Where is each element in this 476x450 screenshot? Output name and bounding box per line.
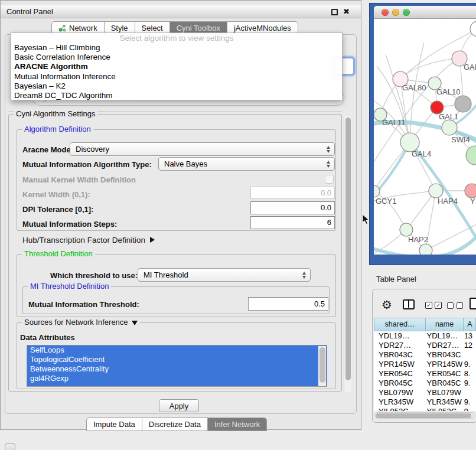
sources-group-title[interactable]: Sources for Network Inference	[22, 318, 140, 327]
tab-impute-data[interactable]: Impute Data	[86, 418, 142, 431]
screen: Control Panel ✖ Network Style Select Cyn…	[0, 0, 476, 450]
network-node[interactable]	[465, 184, 476, 198]
mouse-cursor	[362, 214, 370, 225]
which-threshold-value: MI Threshold	[144, 270, 188, 279]
mi-type-label: Mutual Information Algorithm Type:	[22, 160, 152, 169]
algorithm-dropdown-popup: Select algorithm to view settings Bayesi…	[11, 32, 343, 100]
bottom-tabs: Impute Data Discretize Data Infer Networ…	[86, 418, 267, 431]
hub-definition-label: Hub/Transcription Factor Definition	[22, 236, 145, 244]
close-traffic-light-icon[interactable]	[382, 9, 389, 16]
table-row[interactable]: YBL079WYBL079W	[374, 388, 476, 397]
network-node[interactable]	[400, 223, 413, 236]
algorithm-option[interactable]: Bayesian – K2	[11, 81, 342, 91]
mi-type-select[interactable]: Naive Bayes	[158, 157, 335, 171]
network-edge[interactable]	[410, 43, 424, 142]
data-attributes-list[interactable]: SelfLoopsTopologicalCoefficientBetweenne…	[27, 345, 327, 387]
column-header-name[interactable]: name	[425, 318, 464, 331]
algorithm-option[interactable]: Mutual Information Inference	[11, 72, 342, 81]
kernel-width-field[interactable]: 0.0	[250, 187, 335, 199]
table-row[interactable]: YIL052CYIL052C9.	[374, 407, 476, 411]
table-row[interactable]: YBR043CYBR043C	[374, 350, 476, 360]
settings-scrollbar-thumb[interactable]	[345, 118, 351, 380]
network-node-label: GAL10	[436, 87, 460, 96]
network-node[interactable]	[419, 244, 432, 255]
gear-icon[interactable]: ⚙	[382, 299, 392, 311]
data-attribute-item[interactable]: SelfLoops	[27, 345, 327, 355]
algorithm-option[interactable]: ARACNE Algorithm	[11, 62, 342, 71]
network-node[interactable]	[442, 120, 457, 135]
dropdown-header: Select algorithm to view settings	[11, 34, 342, 43]
data-attributes-items: SelfLoopsTopologicalCoefficientBetweenne…	[27, 345, 327, 383]
column-header-partial[interactable]: A	[463, 318, 476, 331]
dpi-tolerance-field[interactable]: 0.0	[250, 201, 335, 214]
mi-threshold-label: Mutual Information Threshold:	[28, 300, 139, 309]
aracne-mode-label: Aracne Mode:	[22, 145, 73, 154]
tab-infer-network[interactable]: Infer Network	[207, 418, 267, 431]
kernel-width-label: Kernel Width (0,1):	[22, 190, 90, 199]
stepper-arrows-icon	[327, 146, 330, 153]
float-window-icon[interactable]	[331, 9, 338, 15]
attributes-scrollbar-thumb[interactable]	[319, 347, 325, 383]
network-node[interactable]	[455, 96, 471, 112]
stepper-arrows-icon	[302, 272, 306, 279]
table-header: shared… name A	[374, 318, 476, 331]
which-threshold-select[interactable]: MI Threshold	[138, 268, 311, 282]
algorithm-option[interactable]: Dream8 DC_TDC Algorithm	[11, 91, 342, 100]
data-attributes-label: Data Attributes	[20, 333, 75, 342]
mi-steps-label: Mutual Information Steps:	[22, 220, 117, 229]
aracne-mode-select[interactable]: Discovery	[70, 142, 335, 156]
minimize-traffic-light-icon[interactable]	[392, 9, 399, 16]
table-row[interactable]: YDL19…YDL19…13	[374, 331, 476, 341]
column-layout-icon[interactable]	[403, 299, 415, 309]
mi-threshold-field[interactable]: 0.5	[248, 297, 328, 311]
network-node[interactable]	[374, 185, 380, 197]
export-table-icon[interactable]	[470, 298, 476, 309]
column-header-shared-name[interactable]: shared…	[374, 318, 426, 331]
apply-button[interactable]: Apply	[159, 399, 199, 412]
mi-threshold-group-title: MI Threshold Definition	[28, 282, 111, 291]
network-edge-teal[interactable]	[410, 142, 476, 249]
deselect-all-columns-icon[interactable]	[447, 302, 463, 309]
table-row[interactable]: YBR045CYBR045C9.	[374, 379, 476, 388]
close-icon[interactable]: ✖	[343, 7, 350, 16]
network-node[interactable]	[470, 21, 476, 37]
network-node-label: GAL4	[412, 149, 431, 158]
network-node-label: GAL11	[382, 118, 406, 127]
table-hscrollbar-thumb[interactable]	[376, 413, 471, 418]
network-window-titlebar[interactable]	[374, 6, 476, 19]
threshold-definition-title: Threshold Definition	[22, 249, 95, 258]
data-attribute-item[interactable]: TopologicalCoefficient	[27, 355, 327, 364]
tab-discretize-data[interactable]: Discretize Data	[142, 418, 208, 431]
network-tab-icon	[58, 24, 66, 32]
network-window: GALGAL80GAL10GAL1GAL11SWI4GAL4GCY1HAP4YH…	[369, 3, 476, 265]
table-body: YDL19…YDL19…13YDR27…YDR27…12YBR043CYBR04…	[374, 331, 476, 411]
minimized-panel-button[interactable]	[5, 444, 15, 450]
algorithm-option[interactable]: Bayesian – Hill Climbing	[11, 43, 342, 53]
table-row[interactable]: YLR345WYLR345W9.	[374, 397, 476, 407]
expanded-arrow-icon	[132, 321, 138, 325]
settings-scrollbar[interactable]	[344, 116, 351, 392]
mi-steps-field[interactable]: 6	[250, 216, 335, 229]
algorithm-definition-title: Algorithm Definition	[22, 125, 93, 133]
control-panel-titlebar[interactable]: Control Panel ✖	[1, 5, 361, 18]
table-row[interactable]: YER054CYER054C8.	[374, 369, 476, 379]
data-attribute-item[interactable]: BetweennessCentrality	[27, 364, 327, 374]
network-edge[interactable]	[400, 58, 459, 79]
table-horizontal-scrollbar[interactable]	[374, 412, 475, 419]
data-attribute-item[interactable]: gal4RGexp	[27, 374, 327, 383]
network-node[interactable]	[466, 146, 476, 165]
select-all-columns-icon[interactable]: ✓✓	[425, 302, 442, 309]
algorithm-option[interactable]: Basic Correlation Inference	[11, 53, 342, 62]
partial-list-item	[27, 383, 327, 387]
table-panel-title: Table Panel	[376, 275, 416, 283]
manual-kernel-checkbox[interactable]	[325, 175, 334, 184]
network-node[interactable]	[429, 184, 443, 198]
hub-definition-toggle[interactable]: Hub/Transcription Factor Definition	[22, 236, 155, 244]
network-node-label: SWI4	[451, 135, 470, 144]
table-row[interactable]: YPR145WYPR145W9.	[374, 360, 476, 369]
network-canvas[interactable]: GALGAL80GAL10GAL1GAL11SWI4GAL4GCY1HAP4YH…	[374, 19, 476, 255]
zoom-traffic-light-icon[interactable]	[403, 9, 410, 16]
table-row[interactable]: YDR27…YDR27…12	[374, 341, 476, 350]
attributes-list-scrollbar[interactable]	[318, 346, 326, 386]
algorithm-dropdown-list: Bayesian – Hill ClimbingBasic Correlatio…	[11, 43, 342, 100]
